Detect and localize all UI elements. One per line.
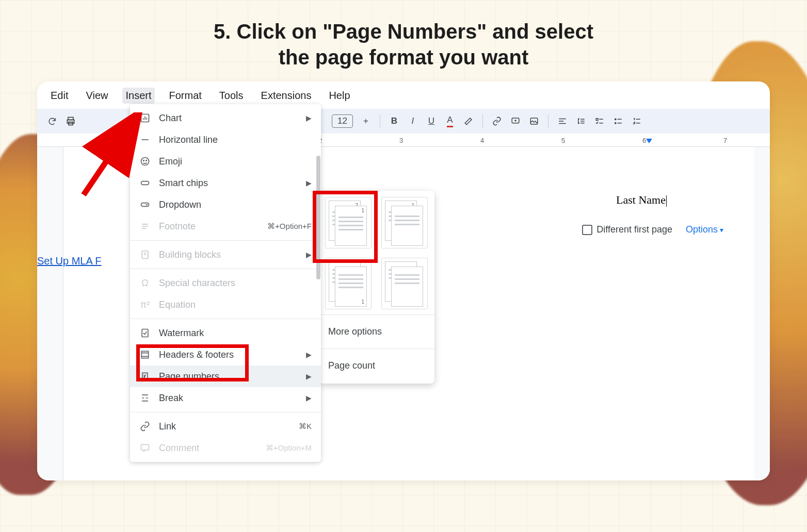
insert-special-characters: Ω Special characters: [130, 272, 321, 294]
bulleted-list-button[interactable]: [610, 113, 626, 129]
insert-special-characters-label: Special characters: [159, 278, 312, 289]
text-cursor: [666, 195, 667, 207]
insert-link[interactable]: Link ⌘K: [130, 415, 321, 437]
menu-view[interactable]: View: [83, 88, 111, 104]
insert-emoji[interactable]: Emoji: [130, 151, 321, 172]
font-size-increase[interactable]: +: [358, 113, 374, 129]
pagenum-style-bottom-right[interactable]: 2 1: [325, 258, 372, 309]
redo-button[interactable]: [44, 113, 60, 129]
insert-link-button[interactable]: [489, 113, 505, 129]
ruler-tick: 3: [399, 137, 403, 144]
add-comment-button[interactable]: [508, 113, 523, 129]
svg-rect-15: [142, 329, 148, 337]
insert-break-label: Break: [159, 393, 298, 404]
pagenum-style-top-right-skip-first[interactable]: 1: [381, 197, 428, 248]
comment-shortcut: ⌘+Option+M: [266, 443, 312, 453]
insert-equation: π² Equation: [130, 294, 321, 315]
insert-chart-label: Chart: [159, 113, 298, 124]
submenu-arrow-icon: ▶: [306, 251, 312, 259]
svg-point-6: [615, 119, 616, 120]
submenu-arrow-icon: ▶: [306, 114, 312, 122]
submenu-arrow-icon: ▶: [306, 179, 312, 187]
svg-point-7: [615, 123, 616, 124]
numbered-list-button[interactable]: [629, 113, 644, 129]
footnote-shortcut: ⌘+Option+F: [267, 222, 312, 231]
link-shortcut: ⌘K: [299, 422, 312, 431]
different-first-page-checkbox[interactable]: Different first page: [582, 224, 672, 235]
highlight-page-numbers: [136, 344, 249, 381]
highlight-first-thumbnail: [313, 191, 378, 263]
insert-building-blocks: Building blocks ▶: [130, 244, 321, 265]
underline-button[interactable]: U: [424, 113, 439, 129]
link-icon: [139, 421, 151, 432]
ruler-tick: 7: [723, 137, 727, 144]
insert-comment[interactable]: Comment ⌘+Option+M: [130, 437, 321, 459]
insert-equation-label: Equation: [159, 300, 312, 310]
watermark-icon: [139, 327, 151, 339]
insert-comment-label: Comment: [159, 443, 257, 454]
pagenum-style-bottom-right-skip-first[interactable]: 1: [381, 258, 428, 309]
menu-extensions[interactable]: Extensions: [258, 88, 315, 104]
partial-link-text: Set Up MLA F: [37, 255, 102, 267]
insert-menu: Chart ▶ Horizontal line Emoji Smart chip…: [130, 104, 321, 462]
insert-building-blocks-label: Building blocks: [159, 250, 298, 260]
instruction-heading: 5. Click on "Page Numbers" and select th…: [0, 0, 807, 70]
checklist-button[interactable]: [592, 113, 607, 129]
svg-rect-5: [596, 119, 598, 121]
pagenum-page-count[interactable]: Page count: [325, 354, 428, 377]
instruction-line1: 5. Click on "Page Numbers" and select: [0, 19, 807, 44]
menu-format[interactable]: Format: [166, 88, 205, 104]
menu-insert[interactable]: Insert: [122, 88, 154, 104]
app-window: Edit View Insert Format Tools Extensions…: [37, 81, 770, 480]
annotation-arrow-icon: [73, 112, 151, 200]
font-size-field[interactable]: 12: [332, 114, 353, 128]
insert-emoji-label: Emoji: [159, 156, 312, 167]
text-color-button[interactable]: A: [442, 113, 458, 129]
menu-help[interactable]: Help: [326, 88, 353, 104]
svg-rect-13: [141, 203, 149, 207]
omega-icon: Ω: [139, 277, 151, 289]
highlight-button[interactable]: [461, 113, 476, 129]
instruction-line2: the page format you want: [0, 44, 807, 70]
header-controls: Different first page Options: [582, 224, 723, 235]
building-blocks-icon: [139, 249, 151, 260]
submenu-arrow-icon: ▶: [306, 372, 312, 380]
insert-smart-chips-label: Smart chips: [159, 178, 298, 189]
pagenum-more-options[interactable]: More options: [325, 320, 428, 343]
insert-horizontal-line-label: Horizontal line: [159, 135, 312, 145]
submenu-arrow-icon: ▶: [306, 351, 312, 359]
bold-button[interactable]: B: [386, 113, 402, 129]
menu-tools[interactable]: Tools: [216, 88, 247, 104]
footnote-icon: [139, 221, 151, 232]
header-options-dropdown[interactable]: Options: [686, 224, 723, 235]
italic-button[interactable]: I: [405, 113, 421, 129]
svg-line-18: [84, 120, 134, 195]
insert-image-button[interactable]: [526, 113, 542, 129]
insert-watermark[interactable]: Watermark: [130, 322, 321, 344]
break-icon: [139, 392, 151, 404]
insert-footnote-label: Footnote: [159, 221, 259, 232]
insert-horizontal-line[interactable]: Horizontal line: [130, 129, 321, 151]
svg-rect-17: [141, 444, 149, 450]
comment-icon: [139, 442, 151, 454]
insert-watermark-label: Watermark: [159, 328, 312, 339]
submenu-arrow-icon: ▶: [306, 394, 312, 402]
pi-icon: π²: [139, 299, 151, 310]
menu-edit[interactable]: Edit: [47, 88, 71, 104]
insert-dropdown-label: Dropdown: [159, 200, 312, 210]
ruler-tick: 4: [480, 137, 484, 144]
line-spacing-button[interactable]: [573, 113, 589, 129]
insert-break[interactable]: Break ▶: [130, 387, 321, 409]
different-first-page-label: Different first page: [596, 224, 672, 235]
insert-smart-chips[interactable]: Smart chips ▶: [130, 172, 321, 194]
insert-chart[interactable]: Chart ▶: [130, 107, 321, 129]
insert-dropdown[interactable]: Dropdown: [130, 194, 321, 215]
ruler-tick: 5: [561, 137, 565, 144]
header-text[interactable]: Last Name: [616, 193, 667, 207]
insert-footnote: Footnote ⌘+Option+F: [130, 215, 321, 237]
align-button[interactable]: [555, 113, 570, 129]
header-text-value: Last Name: [616, 193, 666, 206]
insert-link-label: Link: [159, 421, 290, 432]
right-indent-marker[interactable]: [646, 139, 652, 143]
dropdown-icon: [139, 199, 151, 210]
